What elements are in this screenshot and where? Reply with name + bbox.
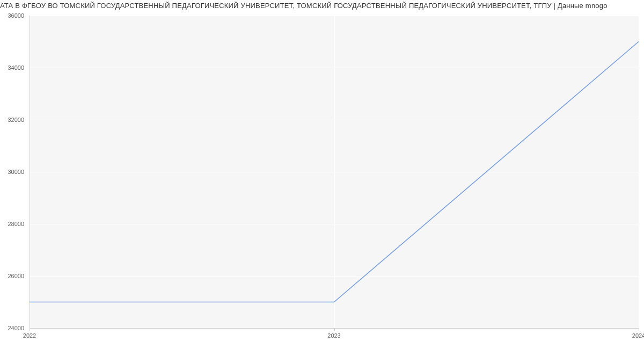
y-tick-label: 28000 (0, 221, 24, 227)
y-tick-label: 30000 (0, 169, 24, 175)
x-tick-label: 2024 (632, 332, 644, 339)
x-tick-mark (30, 328, 30, 331)
x-tick-mark (639, 328, 639, 331)
series-line (30, 42, 639, 302)
x-tick-mark (334, 328, 335, 331)
chart-title: АТА В ФГБОУ ВО ТОМСКИЙ ГОСУДАРСТВЕННЫЙ П… (0, 0, 608, 12)
x-tick-label: 2022 (23, 332, 36, 339)
x-tick-label: 2023 (327, 332, 340, 339)
y-tick-label: 32000 (0, 117, 24, 123)
chart-container: 24000260002800030000320003400036000 2022… (0, 12, 644, 349)
y-tick-label: 36000 (0, 12, 24, 19)
y-tick-label: 24000 (0, 325, 24, 331)
line-layer (0, 12, 644, 349)
y-tick-label: 34000 (0, 64, 24, 71)
y-tick-label: 26000 (0, 273, 24, 279)
